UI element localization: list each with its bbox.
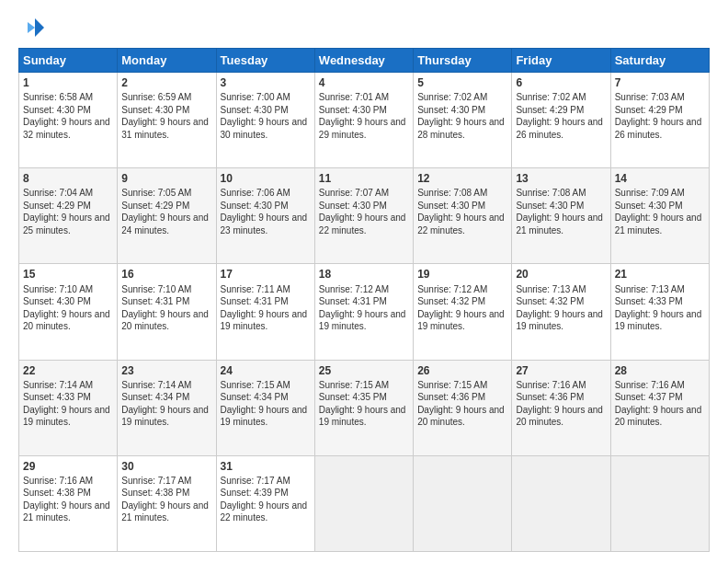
sunset-text: Sunset: 4:31 PM bbox=[319, 296, 387, 306]
sunrise-text: Sunrise: 7:00 AM bbox=[221, 92, 290, 102]
sunrise-text: Sunrise: 7:15 AM bbox=[319, 380, 389, 390]
sunset-text: Sunset: 4:36 PM bbox=[516, 392, 584, 402]
sunrise-text: Sunrise: 7:08 AM bbox=[516, 188, 586, 198]
page: SundayMondayTuesdayWednesdayThursdayFrid… bbox=[0, 0, 728, 563]
calendar-cell: 9Sunrise: 7:05 AMSunset: 4:29 PMDaylight… bbox=[118, 168, 216, 264]
sunrise-text: Sunrise: 7:13 AM bbox=[615, 284, 685, 294]
day-number: 2 bbox=[121, 75, 211, 90]
daylight-text: Daylight: 9 hours and 19 minutes. bbox=[516, 309, 603, 332]
sunset-text: Sunset: 4:31 PM bbox=[121, 296, 189, 306]
sunset-text: Sunset: 4:30 PM bbox=[23, 296, 91, 306]
sunrise-text: Sunrise: 7:12 AM bbox=[417, 284, 487, 294]
day-number: 27 bbox=[516, 363, 606, 378]
calendar-cell: 16Sunrise: 7:10 AMSunset: 4:31 PMDayligh… bbox=[118, 264, 216, 360]
sunrise-text: Sunrise: 7:14 AM bbox=[23, 380, 93, 390]
day-header-wednesday: Wednesday bbox=[314, 49, 413, 73]
day-number: 19 bbox=[417, 267, 507, 282]
daylight-text: Daylight: 9 hours and 31 minutes. bbox=[121, 117, 209, 140]
day-number: 31 bbox=[221, 459, 311, 474]
calendar-cell bbox=[414, 455, 512, 551]
sunset-text: Sunset: 4:37 PM bbox=[615, 392, 683, 402]
daylight-text: Daylight: 9 hours and 23 minutes. bbox=[221, 213, 308, 236]
day-number: 26 bbox=[417, 363, 507, 378]
day-number: 25 bbox=[319, 363, 409, 378]
daylight-text: Daylight: 9 hours and 24 minutes. bbox=[121, 213, 209, 236]
day-number: 24 bbox=[221, 363, 311, 378]
day-number: 4 bbox=[319, 75, 409, 90]
sunrise-text: Sunrise: 7:02 AM bbox=[516, 92, 586, 102]
header bbox=[18, 15, 710, 40]
calendar-cell: 3Sunrise: 7:00 AMSunset: 4:30 PMDaylight… bbox=[216, 73, 314, 168]
calendar-cell: 31Sunrise: 7:17 AMSunset: 4:39 PMDayligh… bbox=[216, 455, 314, 551]
day-header-tuesday: Tuesday bbox=[216, 49, 314, 73]
day-number: 17 bbox=[221, 267, 311, 282]
day-number: 10 bbox=[221, 171, 311, 186]
day-header-friday: Friday bbox=[512, 49, 610, 73]
calendar-cell: 17Sunrise: 7:11 AMSunset: 4:31 PMDayligh… bbox=[216, 264, 314, 360]
daylight-text: Daylight: 9 hours and 19 minutes. bbox=[23, 405, 110, 428]
logo-icon bbox=[18, 15, 44, 40]
day-number: 13 bbox=[516, 171, 606, 186]
sunset-text: Sunset: 4:29 PM bbox=[121, 201, 189, 211]
day-number: 1 bbox=[23, 75, 113, 90]
calendar-cell: 26Sunrise: 7:15 AMSunset: 4:36 PMDayligh… bbox=[414, 360, 512, 455]
calendar-cell: 22Sunrise: 7:14 AMSunset: 4:33 PMDayligh… bbox=[19, 360, 118, 455]
logo bbox=[18, 15, 48, 40]
calendar-cell: 21Sunrise: 7:13 AMSunset: 4:33 PMDayligh… bbox=[610, 264, 709, 360]
day-number: 21 bbox=[615, 267, 705, 282]
day-number: 9 bbox=[121, 171, 211, 186]
day-header-sunday: Sunday bbox=[19, 49, 118, 73]
sunrise-text: Sunrise: 7:01 AM bbox=[319, 92, 389, 102]
daylight-text: Daylight: 9 hours and 19 minutes. bbox=[221, 309, 308, 332]
sunset-text: Sunset: 4:34 PM bbox=[221, 392, 289, 402]
calendar-cell bbox=[314, 455, 413, 551]
daylight-text: Daylight: 9 hours and 20 minutes. bbox=[121, 309, 209, 332]
sunset-text: Sunset: 4:30 PM bbox=[516, 201, 584, 211]
calendar-cell: 4Sunrise: 7:01 AMSunset: 4:30 PMDaylight… bbox=[314, 73, 413, 168]
day-number: 20 bbox=[516, 267, 606, 282]
sunrise-text: Sunrise: 7:16 AM bbox=[516, 380, 586, 390]
sunset-text: Sunset: 4:35 PM bbox=[319, 392, 387, 402]
daylight-text: Daylight: 9 hours and 21 minutes. bbox=[23, 500, 110, 523]
calendar-week-row: 22Sunrise: 7:14 AMSunset: 4:33 PMDayligh… bbox=[19, 360, 710, 455]
day-number: 30 bbox=[121, 459, 211, 474]
calendar-cell: 10Sunrise: 7:06 AMSunset: 4:30 PMDayligh… bbox=[216, 168, 314, 264]
daylight-text: Daylight: 9 hours and 26 minutes. bbox=[615, 117, 702, 140]
daylight-text: Daylight: 9 hours and 20 minutes. bbox=[516, 405, 603, 428]
daylight-text: Daylight: 9 hours and 20 minutes. bbox=[23, 309, 110, 332]
calendar-cell: 29Sunrise: 7:16 AMSunset: 4:38 PMDayligh… bbox=[19, 455, 118, 551]
sunrise-text: Sunrise: 7:14 AM bbox=[121, 380, 191, 390]
daylight-text: Daylight: 9 hours and 22 minutes. bbox=[417, 213, 505, 236]
sunset-text: Sunset: 4:29 PM bbox=[516, 105, 584, 115]
calendar-cell: 28Sunrise: 7:16 AMSunset: 4:37 PMDayligh… bbox=[610, 360, 709, 455]
sunrise-text: Sunrise: 7:11 AM bbox=[221, 284, 290, 294]
sunset-text: Sunset: 4:39 PM bbox=[221, 488, 289, 498]
calendar-cell: 13Sunrise: 7:08 AMSunset: 4:30 PMDayligh… bbox=[512, 168, 610, 264]
sunrise-text: Sunrise: 6:58 AM bbox=[23, 92, 93, 102]
daylight-text: Daylight: 9 hours and 20 minutes. bbox=[417, 405, 505, 428]
day-number: 7 bbox=[615, 75, 705, 90]
day-header-monday: Monday bbox=[118, 49, 216, 73]
sunset-text: Sunset: 4:30 PM bbox=[121, 105, 189, 115]
calendar-cell: 6Sunrise: 7:02 AMSunset: 4:29 PMDaylight… bbox=[512, 73, 610, 168]
calendar-cell: 2Sunrise: 6:59 AMSunset: 4:30 PMDaylight… bbox=[118, 73, 216, 168]
day-number: 22 bbox=[23, 363, 113, 378]
sunrise-text: Sunrise: 7:09 AM bbox=[615, 188, 685, 198]
sunrise-text: Sunrise: 7:17 AM bbox=[121, 476, 191, 486]
sunrise-text: Sunrise: 7:13 AM bbox=[516, 284, 586, 294]
sunrise-text: Sunrise: 7:16 AM bbox=[615, 380, 685, 390]
day-number: 14 bbox=[615, 171, 705, 186]
sunset-text: Sunset: 4:29 PM bbox=[23, 201, 91, 211]
daylight-text: Daylight: 9 hours and 32 minutes. bbox=[23, 117, 110, 140]
daylight-text: Daylight: 9 hours and 30 minutes. bbox=[221, 117, 308, 140]
daylight-text: Daylight: 9 hours and 22 minutes. bbox=[221, 500, 308, 523]
sunrise-text: Sunrise: 7:04 AM bbox=[23, 188, 93, 198]
sunrise-text: Sunrise: 7:07 AM bbox=[319, 188, 389, 198]
daylight-text: Daylight: 9 hours and 26 minutes. bbox=[516, 117, 603, 140]
calendar-cell: 14Sunrise: 7:09 AMSunset: 4:30 PMDayligh… bbox=[610, 168, 709, 264]
daylight-text: Daylight: 9 hours and 19 minutes. bbox=[319, 405, 406, 428]
calendar-header-row: SundayMondayTuesdayWednesdayThursdayFrid… bbox=[19, 49, 710, 73]
calendar-week-row: 15Sunrise: 7:10 AMSunset: 4:30 PMDayligh… bbox=[19, 264, 710, 360]
day-number: 5 bbox=[417, 75, 507, 90]
day-number: 15 bbox=[23, 267, 113, 282]
